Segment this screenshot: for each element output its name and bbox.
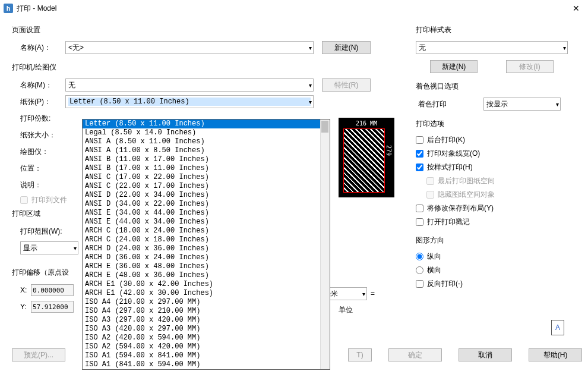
bgplot-label: 后台打印(K) (427, 135, 465, 145)
plotstyles-checkbox[interactable] (416, 164, 423, 171)
paper-option[interactable]: ISO A3 (420.00 x 297.00 MM) (83, 325, 330, 334)
landscape-radio[interactable] (416, 266, 423, 274)
shadeplot-label: 着色打印 (416, 99, 466, 109)
pagesetup-new-button[interactable]: 新建(N) (322, 41, 371, 54)
paper-option[interactable]: ARCH D (24.00 x 36.00 Inches) (83, 244, 330, 253)
hide-paperspace-checkbox (426, 191, 434, 199)
styletable-new-button[interactable]: 新建(N) (430, 60, 478, 73)
pagesetup-name-label: 名称(A)： (12, 43, 65, 53)
paper-option[interactable]: ANSI D (22.00 x 34.00 Inches) (83, 191, 330, 200)
paper-option[interactable]: ISO A4 (210.00 x 297.00 MM) (83, 298, 330, 307)
paper-option[interactable]: ANSI B (11.00 x 17.00 Inches) (83, 155, 330, 164)
offset-y-input[interactable] (31, 301, 74, 313)
chevron-down-icon: ▾ (309, 45, 312, 51)
paper-option[interactable]: ISO A4 (297.00 x 210.00 MM) (83, 307, 330, 316)
paper-option[interactable]: ARCH E1 (30.00 x 42.00 Inches) (83, 280, 330, 289)
preview-width: 216 MM (339, 120, 394, 127)
paper-combo[interactable]: Letter (8.50 x 11.00 Inches) ▾ (65, 95, 314, 108)
paper-option[interactable]: ARCH C (24.00 x 18.00 Inches) (83, 235, 330, 244)
styletable-combo[interactable]: 无 ▾ (416, 41, 568, 54)
plot-to-file-checkbox (20, 196, 28, 204)
printer-props-button: 特性(R) (322, 78, 371, 92)
plotstyles-label: 按样式打印(H) (427, 162, 473, 172)
help-button[interactable]: 帮助(H) (529, 348, 582, 361)
plotoptions-group-title: 打印选项 (416, 119, 582, 129)
paper-option[interactable]: ANSI C (22.00 x 17.00 Inches) (83, 182, 330, 191)
plotstamp-checkbox[interactable] (416, 218, 423, 226)
paper-option[interactable]: ARCH E (48.00 x 36.00 Inches) (83, 271, 330, 280)
portrait-label: 纵向 (427, 251, 441, 262)
paper-option[interactable]: ANSI A (11.00 x 8.50 Inches) (83, 146, 330, 155)
scale-equals: = (371, 290, 375, 298)
save-layout-checkbox[interactable] (416, 205, 423, 212)
viewport-group-title: 着色视口选项 (416, 81, 582, 92)
plotscope-label: 打印范围(W): (12, 227, 71, 237)
plotter-label: 绘图仪： (12, 147, 65, 157)
hide-paperspace-label: 隐藏图纸空间对象 (438, 190, 495, 200)
paper-option[interactable]: ARCH E (36.00 x 48.00 Inches) (83, 262, 330, 271)
paperspace-last-checkbox (426, 177, 434, 185)
titlebar: h 打印 - Model ✕ (0, 0, 588, 17)
paper-option[interactable]: ISO A1 (841.00 x 594.00 MM) (83, 360, 330, 369)
chevron-down-icon: ▾ (74, 245, 77, 251)
paper-option[interactable]: ISO A2 (594.00 x 420.00 MM) (83, 342, 330, 351)
description-label: 说明： (12, 180, 65, 190)
styletable-edit-button: 修改(I) (506, 60, 554, 73)
paperspace-last-label: 最后打印图纸空间 (438, 176, 495, 186)
paper-option[interactable]: ANSI A (8.50 x 11.00 Inches) (83, 137, 330, 146)
paper-option[interactable]: ANSI B (17.00 x 11.00 Inches) (83, 164, 330, 173)
dropdown-thumb[interactable] (321, 121, 328, 133)
paper-option[interactable]: ARCH E1 (42.00 x 30.00 Inches) (83, 289, 330, 298)
paper-option[interactable]: Letter (8.50 x 11.00 Inches) (83, 120, 330, 128)
offset-y-label: Y: (20, 303, 31, 311)
printer-name-combo[interactable]: 无 ▾ (65, 78, 314, 92)
pagesetup-name-value: <无> (68, 43, 84, 53)
styletable-value: 无 (419, 43, 426, 53)
portrait-radio[interactable] (416, 253, 423, 260)
paper-option[interactable]: ARCH D (36.00 x 24.00 Inches) (83, 253, 330, 262)
preview-hatch (343, 128, 385, 193)
window-title: 打印 - Model (17, 4, 564, 14)
landscape-label: 横向 (427, 265, 441, 275)
ok-button: 确定 (388, 348, 442, 361)
chevron-down-icon: ▾ (556, 101, 559, 108)
paper-option[interactable]: ANSI D (34.00 x 22.00 Inches) (83, 200, 330, 209)
orientation-group-title: 图形方向 (416, 235, 582, 246)
orientation-icon: A (551, 320, 564, 335)
preview-button: 预览(P)... (12, 348, 65, 361)
offset-x-label: X: (20, 286, 31, 294)
paper-option[interactable]: ANSI C (17.00 x 22.00 Inches) (83, 173, 330, 182)
cancel-button[interactable]: 取消 (459, 348, 512, 361)
printer-name-label: 名称(M)： (12, 80, 65, 90)
chevron-down-icon: ▾ (309, 99, 312, 105)
paper-option[interactable]: ANSI E (44.00 x 34.00 Inches) (83, 218, 330, 227)
paper-option[interactable]: ANSI E (34.00 x 44.00 Inches) (83, 209, 330, 218)
paper-option[interactable]: ARCH C (18.00 x 24.00 Inches) (83, 227, 330, 235)
chevron-down-icon: ▾ (362, 291, 365, 297)
lineweight-checkbox[interactable] (416, 150, 423, 158)
paper-label: 纸张(P)： (12, 97, 65, 107)
shadeplot-combo[interactable]: 按显示 ▾ (483, 98, 561, 111)
paper-option[interactable]: ISO A2 (420.00 x 594.00 MM) (83, 334, 330, 342)
reverse-plot-checkbox[interactable] (416, 280, 423, 288)
close-icon[interactable]: ✕ (564, 0, 588, 17)
paper-option[interactable]: Legal (8.50 x 14.0 Inches) (83, 128, 330, 137)
paper-option[interactable]: ISO A1 (594.00 x 841.00 MM) (83, 351, 330, 360)
shadeplot-value: 按显示 (486, 99, 508, 109)
bgplot-checkbox[interactable] (416, 136, 423, 144)
paper-option[interactable]: ISO A3 (297.00 x 420.00 MM) (83, 316, 330, 325)
paper-value: Letter (8.50 x 11.00 Inches) (68, 98, 311, 106)
offset-x-input[interactable] (31, 284, 74, 296)
printer-group-title: 打印机/绘图仪 (12, 62, 410, 73)
plotstamp-label: 打开打印戳记 (427, 217, 470, 227)
plot-to-file-label: 打印到文件 (31, 195, 67, 205)
plotscope-combo[interactable]: 显示 ▾ (20, 241, 78, 254)
lineweight-label: 打印对象线宽(O) (427, 149, 480, 159)
paper-dropdown-list[interactable]: Letter (8.50 x 11.00 Inches)Legal (8.50 … (82, 119, 330, 370)
reverse-plot-label: 反向打印(-) (427, 279, 463, 289)
dropdown-scrollbar[interactable] (320, 120, 330, 369)
paper-preview: 216 MM 279 (339, 118, 394, 197)
pagesetup-group-title: 页面设置 (12, 25, 410, 35)
papersize-label: 纸张大小： (12, 130, 65, 140)
pagesetup-name-combo[interactable]: <无> ▾ (65, 41, 314, 54)
